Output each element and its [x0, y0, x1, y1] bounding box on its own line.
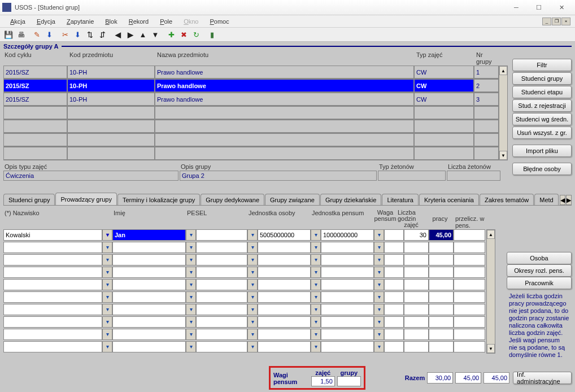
- close-button[interactable]: ✕: [550, 1, 573, 14]
- lookup-pesel-icon[interactable]: [247, 242, 258, 253]
- cell-waga[interactable]: [384, 254, 404, 265]
- scroll-down-icon[interactable]: ▼: [487, 344, 495, 353]
- lookup-jo-icon[interactable]: [311, 267, 321, 278]
- lookup-jp-icon[interactable]: [374, 341, 384, 352]
- cell-cykl[interactable]: [3, 106, 67, 119]
- lookup-imie-icon[interactable]: [186, 254, 196, 265]
- minimize-button[interactable]: ─: [505, 1, 528, 14]
- cell-pracy[interactable]: [429, 254, 454, 265]
- mdi-close[interactable]: ×: [561, 18, 570, 25]
- cell-godz[interactable]: [404, 267, 429, 278]
- cell-godz[interactable]: 30: [404, 229, 429, 241]
- cell-nr[interactable]: 1: [474, 66, 499, 79]
- lookup-jp-icon[interactable]: [374, 291, 384, 303]
- insert-icon[interactable]: ✚: [165, 28, 177, 41]
- cell-nr[interactable]: [474, 106, 499, 119]
- cell-jo[interactable]: [258, 242, 311, 253]
- lookup-nazwisko-icon[interactable]: [102, 316, 112, 328]
- cell-typ[interactable]: [414, 133, 474, 146]
- tab-next-icon[interactable]: ▶: [566, 195, 572, 205]
- cell-imie[interactable]: [112, 329, 186, 340]
- lookup-jo-icon[interactable]: [311, 291, 321, 303]
- cell-typ[interactable]: CW: [414, 93, 474, 106]
- upper-scrollbar[interactable]: ▲ ▼: [499, 66, 508, 160]
- lookup-jo-icon[interactable]: [311, 279, 321, 290]
- cell-nazwisko[interactable]: [3, 329, 102, 340]
- opis-grupa-field[interactable]: Grupa 2: [180, 171, 377, 181]
- cell-nazwa[interactable]: [155, 133, 414, 146]
- lookup-jp-icon[interactable]: [374, 279, 384, 290]
- delete-icon[interactable]: ✖: [177, 28, 190, 41]
- sort-desc-icon[interactable]: ⇵: [96, 28, 108, 41]
- cell-jp[interactable]: [321, 267, 374, 278]
- cell-jp[interactable]: [321, 329, 374, 340]
- mdi-restore[interactable]: ❐: [552, 18, 561, 25]
- upper-row[interactable]: [3, 147, 499, 160]
- cell-pesel[interactable]: [196, 279, 247, 290]
- side-btn-2[interactable]: Studenci etapu: [512, 86, 572, 98]
- cell-godz[interactable]: [404, 341, 429, 352]
- lower-scrollbar[interactable]: ▲ ▼: [486, 229, 495, 354]
- side-btn-7[interactable]: Błędne osoby: [512, 163, 572, 175]
- cell-pesel[interactable]: [196, 304, 247, 315]
- typ-zetonow-field[interactable]: [378, 171, 446, 181]
- cell-przelicz[interactable]: [454, 329, 485, 340]
- tab-1[interactable]: Prowadzący grupy: [55, 193, 117, 205]
- cell-kod[interactable]: [67, 133, 155, 146]
- cell-jp[interactable]: 1000000000: [321, 229, 374, 241]
- side-btn-5[interactable]: Usuń wszyst. z gr.: [512, 127, 572, 139]
- lookup-jp-icon[interactable]: [374, 242, 384, 253]
- cell-nr[interactable]: 2: [474, 79, 499, 92]
- cell-nazwisko[interactable]: [3, 267, 102, 278]
- upper-row[interactable]: 2015/SZ10-PHPrawo handloweCW1: [3, 66, 499, 79]
- cell-typ[interactable]: [414, 120, 474, 133]
- next-icon[interactable]: ▶: [124, 28, 137, 41]
- upper-row[interactable]: [3, 133, 499, 147]
- lookup-jp-icon[interactable]: [374, 329, 384, 340]
- cell-waga[interactable]: [384, 329, 404, 340]
- lookup-nazwisko-icon[interactable]: [102, 254, 112, 265]
- cell-pesel[interactable]: [196, 254, 247, 265]
- lookup-jo-icon[interactable]: [311, 229, 321, 241]
- cell-nazwa[interactable]: Prawo handlowe: [155, 79, 414, 92]
- cell-nazwisko[interactable]: [3, 304, 102, 315]
- cell-pracy[interactable]: [429, 242, 454, 253]
- cell-kod[interactable]: 10-PH: [67, 66, 155, 79]
- lookup-pesel-icon[interactable]: [247, 291, 258, 303]
- cell-nr[interactable]: [474, 120, 499, 133]
- info-btn-0[interactable]: Osoba: [507, 252, 572, 264]
- menu-rekord[interactable]: Rekord: [123, 17, 154, 26]
- cell-waga[interactable]: [384, 304, 404, 315]
- cell-kod[interactable]: 10-PH: [67, 93, 155, 106]
- lookup-jp-icon[interactable]: [374, 229, 384, 241]
- lookup-pesel-icon[interactable]: [247, 267, 258, 278]
- cell-waga[interactable]: [384, 267, 404, 278]
- cell-przelicz[interactable]: [454, 341, 485, 352]
- lookup-pesel-icon[interactable]: [247, 329, 258, 340]
- tab-7[interactable]: Kryteria oceniania: [419, 194, 479, 205]
- lookup-imie-icon[interactable]: [186, 304, 196, 315]
- cell-pracy[interactable]: [429, 329, 454, 340]
- menu-edycja[interactable]: Edycja: [31, 17, 61, 26]
- cell-jo[interactable]: [258, 341, 311, 352]
- lookup-jo-icon[interactable]: [311, 242, 321, 253]
- wagi-zajec-field[interactable]: 1,50: [311, 376, 335, 386]
- cell-imie[interactable]: [112, 291, 186, 303]
- cell-przelicz[interactable]: [454, 254, 485, 265]
- cell-cykl[interactable]: 2015/SZ: [3, 79, 67, 92]
- cell-cykl[interactable]: 2015/SZ: [3, 93, 67, 106]
- upper-row[interactable]: 2015/SZ10-PHPrawo handloweCW2: [3, 79, 499, 93]
- lookup-nazwisko-icon[interactable]: [102, 304, 112, 315]
- cell-imie[interactable]: [112, 267, 186, 278]
- maximize-button[interactable]: ☐: [528, 1, 550, 14]
- cell-pesel[interactable]: [196, 316, 247, 328]
- cell-jo[interactable]: [258, 316, 311, 328]
- cell-nazwisko[interactable]: Kowalski: [3, 229, 102, 241]
- side-btn-1[interactable]: Studenci grupy: [512, 72, 572, 85]
- menu-akcja[interactable]: Akcja: [5, 17, 31, 26]
- tab-6[interactable]: Literatura: [382, 194, 418, 205]
- cell-imie[interactable]: [112, 254, 186, 265]
- side-btn-4[interactable]: Studenci wg średn.: [512, 113, 572, 125]
- cell-jp[interactable]: [321, 254, 374, 265]
- cell-cykl[interactable]: [3, 147, 67, 160]
